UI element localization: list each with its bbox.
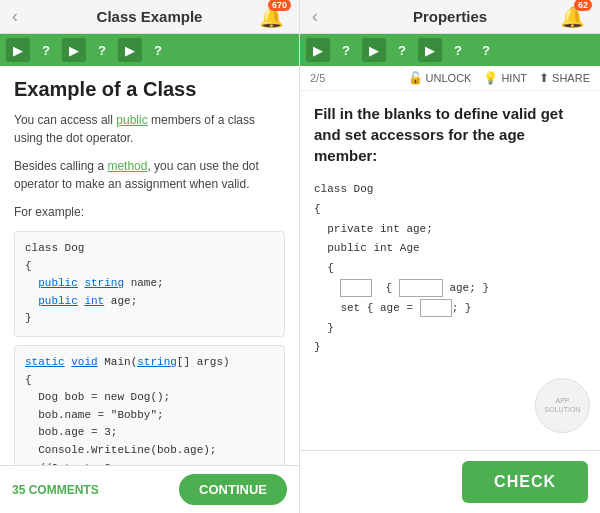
toolbar-play-btn-2[interactable]: ▶ [62,38,86,62]
notification-badge-right[interactable]: 🔔 62 [556,1,588,33]
hint-label: HINT [501,72,527,84]
notification-badge-left[interactable]: 🔔 670 [255,1,287,33]
page-indicator: 2/5 [310,72,325,84]
left-bottom-bar: 35 COMMENTS CONTINUE [0,465,299,513]
check-button[interactable]: CHECK [462,461,588,503]
right-toolbar-play-btn-3[interactable]: ▶ [418,38,442,62]
right-toolbar-q-btn-2[interactable]: ? [390,38,414,62]
right-bottom-bar: CHECK [300,450,600,513]
code-exercise: class Dog { private int age; public int … [314,180,586,358]
app-solution-watermark: APP SOLUTION [535,378,590,433]
right-panel: ‹ Properties 🔔 62 ▶ ? ▶ ? ▶ ? ? 2/5 🔓 UN… [300,0,600,513]
share-label: SHARE [552,72,590,84]
left-para2: Besides calling a method, you can use th… [14,157,285,193]
right-header-title: Properties [413,8,487,25]
blank-input-3[interactable] [420,299,452,317]
continue-button[interactable]: CONTINUE [179,474,287,505]
blank-input-1[interactable] [340,279,372,297]
right-toolbar: ▶ ? ▶ ? ▶ ? ? [300,34,600,66]
badge-count-right: 62 [574,0,592,11]
share-icon: ⬆ [539,71,549,85]
toolbar-q-btn-1[interactable]: ? [34,38,58,62]
right-back-arrow-icon[interactable]: ‹ [312,6,318,27]
left-panel: ‹ Class Example 🔔 670 ▶ ? ▶ ? ▶ ? Exampl… [0,0,300,513]
back-arrow-icon[interactable]: ‹ [12,6,18,27]
watermark-line1: APP [555,397,569,405]
left-header-title: Class Example [97,8,203,25]
badge-count-left: 670 [268,0,291,11]
left-header: ‹ Class Example 🔔 670 [0,0,299,34]
right-toolbar-q-btn-4[interactable]: ? [474,38,498,62]
left-toolbar: ▶ ? ▶ ? ▶ ? [0,34,299,66]
hint-item[interactable]: 💡 HINT [483,71,527,85]
toolbar-q-btn-2[interactable]: ? [90,38,114,62]
right-toolbar-play-btn-1[interactable]: ▶ [306,38,330,62]
lock-icon: 🔓 [408,71,423,85]
unlock-label: UNLOCK [426,72,472,84]
left-code-block-2: static void Main(string[] args) { Dog bo… [14,345,285,465]
lightbulb-icon: 💡 [483,71,498,85]
method-link[interactable]: method [107,159,147,173]
right-toolbar-play-btn-2[interactable]: ▶ [362,38,386,62]
comments-label[interactable]: 35 COMMENTS [12,483,99,497]
question-title: Fill in the blanks to define valid get a… [314,103,586,166]
toolbar-q-btn-3[interactable]: ? [146,38,170,62]
left-code-block-1: class Dog { public string name; public i… [14,231,285,337]
left-section-title: Example of a Class [14,78,285,101]
left-para3: For example: [14,203,285,221]
unlock-item[interactable]: 🔓 UNLOCK [408,71,472,85]
right-header: ‹ Properties 🔔 62 [300,0,600,34]
toolbar-play-btn-1[interactable]: ▶ [6,38,30,62]
public-link[interactable]: public [116,113,147,127]
share-item[interactable]: ⬆ SHARE [539,71,590,85]
left-content: Example of a Class You can access all pu… [0,66,299,465]
right-toolbar-q-btn-3[interactable]: ? [446,38,470,62]
watermark-line2: SOLUTION [545,406,581,414]
toolbar-play-btn-3[interactable]: ▶ [118,38,142,62]
right-toolbar-q-btn-1[interactable]: ? [334,38,358,62]
blank-input-2[interactable] [399,279,443,297]
left-para1: You can access all public members of a c… [14,111,285,147]
sub-toolbar: 2/5 🔓 UNLOCK 💡 HINT ⬆ SHARE [300,66,600,91]
